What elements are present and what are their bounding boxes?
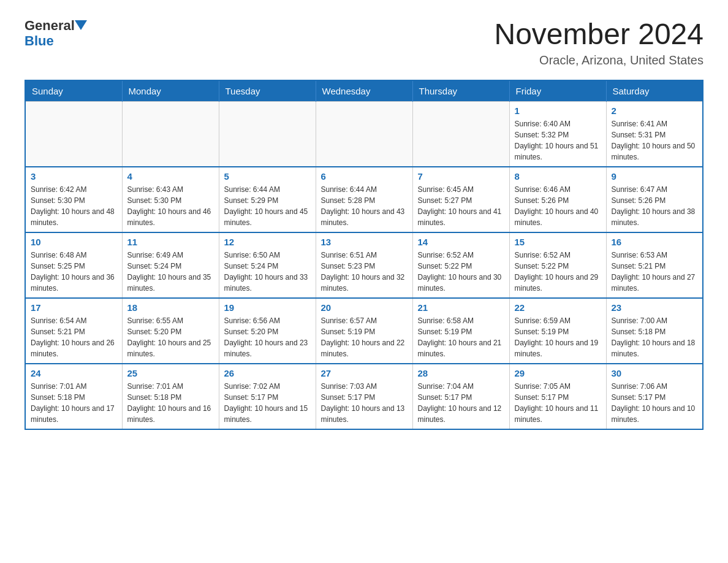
day-info: Sunrise: 7:04 AMSunset: 5:17 PMDaylight:…	[418, 381, 504, 425]
day-info: Sunrise: 6:56 AMSunset: 5:20 PMDaylight:…	[224, 315, 311, 359]
day-number: 12	[224, 237, 311, 247]
day-number: 4	[127, 171, 214, 182]
day-number: 13	[321, 237, 408, 247]
day-info: Sunrise: 7:05 AMSunset: 5:17 PMDaylight:…	[515, 381, 601, 425]
calendar-cell: 30Sunrise: 7:06 AMSunset: 5:17 PMDayligh…	[606, 364, 703, 429]
day-number: 27	[321, 368, 408, 378]
day-info: Sunrise: 6:51 AMSunset: 5:23 PMDaylight:…	[321, 250, 408, 294]
page-header: General Blue November 2024 Oracle, Arizo…	[25, 18, 703, 67]
day-info: Sunrise: 6:43 AMSunset: 5:30 PMDaylight:…	[127, 184, 214, 228]
day-info: Sunrise: 6:52 AMSunset: 5:22 PMDaylight:…	[418, 250, 504, 294]
calendar-cell: 3Sunrise: 6:42 AMSunset: 5:30 PMDaylight…	[25, 167, 122, 232]
day-info: Sunrise: 7:01 AMSunset: 5:18 PMDaylight:…	[127, 381, 214, 425]
calendar-cell: 19Sunrise: 6:56 AMSunset: 5:20 PMDayligh…	[219, 298, 316, 364]
day-number: 18	[127, 302, 214, 313]
logo-general-text: General	[25, 18, 87, 33]
calendar-week-row: 17Sunrise: 6:54 AMSunset: 5:21 PMDayligh…	[25, 298, 703, 364]
calendar-cell: 18Sunrise: 6:55 AMSunset: 5:20 PMDayligh…	[122, 298, 219, 364]
calendar-cell: 28Sunrise: 7:04 AMSunset: 5:17 PMDayligh…	[412, 364, 509, 429]
calendar-cell: 2Sunrise: 6:41 AMSunset: 5:31 PMDaylight…	[606, 101, 703, 167]
calendar-cell: 5Sunrise: 6:44 AMSunset: 5:29 PMDaylight…	[219, 167, 316, 232]
calendar-cell: 17Sunrise: 6:54 AMSunset: 5:21 PMDayligh…	[25, 298, 122, 364]
calendar-cell: 8Sunrise: 6:46 AMSunset: 5:26 PMDaylight…	[509, 167, 606, 232]
day-info: Sunrise: 6:46 AMSunset: 5:26 PMDaylight:…	[515, 184, 601, 228]
day-number: 20	[321, 302, 408, 313]
day-number: 17	[31, 302, 117, 313]
calendar-header-saturday: Saturday	[606, 80, 703, 102]
calendar-header-wednesday: Wednesday	[316, 80, 412, 102]
day-info: Sunrise: 6:50 AMSunset: 5:24 PMDaylight:…	[224, 250, 311, 294]
day-number: 21	[418, 302, 504, 313]
day-info: Sunrise: 6:52 AMSunset: 5:22 PMDaylight:…	[515, 250, 601, 294]
day-info: Sunrise: 6:48 AMSunset: 5:25 PMDaylight:…	[31, 250, 117, 294]
day-info: Sunrise: 6:42 AMSunset: 5:30 PMDaylight:…	[31, 184, 117, 228]
day-number: 6	[321, 171, 408, 182]
calendar-header-tuesday: Tuesday	[219, 80, 316, 102]
day-info: Sunrise: 6:47 AMSunset: 5:26 PMDaylight:…	[612, 184, 698, 228]
day-number: 5	[224, 171, 311, 182]
calendar-cell: 20Sunrise: 6:57 AMSunset: 5:19 PMDayligh…	[316, 298, 412, 364]
day-info: Sunrise: 6:49 AMSunset: 5:24 PMDaylight:…	[127, 250, 214, 294]
day-number: 29	[515, 368, 601, 378]
day-info: Sunrise: 7:03 AMSunset: 5:17 PMDaylight:…	[321, 381, 408, 425]
calendar-header-row: SundayMondayTuesdayWednesdayThursdayFrid…	[25, 80, 703, 102]
day-info: Sunrise: 6:58 AMSunset: 5:19 PMDaylight:…	[418, 315, 504, 359]
calendar-table: SundayMondayTuesdayWednesdayThursdayFrid…	[25, 80, 703, 430]
day-number: 9	[612, 171, 698, 182]
day-info: Sunrise: 7:02 AMSunset: 5:17 PMDaylight:…	[224, 381, 311, 425]
day-info: Sunrise: 6:54 AMSunset: 5:21 PMDaylight:…	[31, 315, 117, 359]
calendar-cell: 1Sunrise: 6:40 AMSunset: 5:32 PMDaylight…	[509, 101, 606, 167]
calendar-cell	[219, 101, 316, 167]
day-info: Sunrise: 6:57 AMSunset: 5:19 PMDaylight:…	[321, 315, 408, 359]
day-number: 8	[515, 171, 601, 182]
day-number: 14	[418, 237, 504, 247]
day-info: Sunrise: 6:55 AMSunset: 5:20 PMDaylight:…	[127, 315, 214, 359]
day-info: Sunrise: 6:44 AMSunset: 5:29 PMDaylight:…	[224, 184, 311, 228]
calendar-cell: 12Sunrise: 6:50 AMSunset: 5:24 PMDayligh…	[219, 232, 316, 298]
calendar-week-row: 24Sunrise: 7:01 AMSunset: 5:18 PMDayligh…	[25, 364, 703, 429]
day-number: 16	[612, 237, 698, 247]
day-info: Sunrise: 6:41 AMSunset: 5:31 PMDaylight:…	[612, 118, 698, 163]
logo: General Blue	[25, 18, 87, 49]
day-number: 25	[127, 368, 214, 378]
location-subtitle: Oracle, Arizona, United States	[494, 53, 703, 67]
day-number: 24	[31, 368, 117, 378]
title-section: November 2024 Oracle, Arizona, United St…	[494, 18, 703, 67]
day-info: Sunrise: 7:00 AMSunset: 5:18 PMDaylight:…	[612, 315, 698, 359]
calendar-cell	[122, 101, 219, 167]
calendar-week-row: 1Sunrise: 6:40 AMSunset: 5:32 PMDaylight…	[25, 101, 703, 167]
calendar-cell: 29Sunrise: 7:05 AMSunset: 5:17 PMDayligh…	[509, 364, 606, 429]
calendar-cell: 16Sunrise: 6:53 AMSunset: 5:21 PMDayligh…	[606, 232, 703, 298]
calendar-week-row: 3Sunrise: 6:42 AMSunset: 5:30 PMDaylight…	[25, 167, 703, 232]
calendar-cell: 4Sunrise: 6:43 AMSunset: 5:30 PMDaylight…	[122, 167, 219, 232]
day-info: Sunrise: 6:45 AMSunset: 5:27 PMDaylight:…	[418, 184, 504, 228]
day-number: 23	[612, 302, 698, 313]
logo-blue-text: Blue	[25, 33, 54, 49]
day-number: 10	[31, 237, 117, 247]
day-number: 15	[515, 237, 601, 247]
calendar-header-monday: Monday	[122, 80, 219, 102]
calendar-cell: 9Sunrise: 6:47 AMSunset: 5:26 PMDaylight…	[606, 167, 703, 232]
calendar-cell: 10Sunrise: 6:48 AMSunset: 5:25 PMDayligh…	[25, 232, 122, 298]
day-number: 7	[418, 171, 504, 182]
day-info: Sunrise: 6:44 AMSunset: 5:28 PMDaylight:…	[321, 184, 408, 228]
day-number: 3	[31, 171, 117, 182]
month-year-title: November 2024	[494, 18, 703, 51]
calendar-header-friday: Friday	[509, 80, 606, 102]
day-info: Sunrise: 6:53 AMSunset: 5:21 PMDaylight:…	[612, 250, 698, 294]
day-number: 30	[612, 368, 698, 378]
calendar-cell: 27Sunrise: 7:03 AMSunset: 5:17 PMDayligh…	[316, 364, 412, 429]
day-number: 1	[515, 105, 601, 116]
calendar-cell	[316, 101, 412, 167]
calendar-week-row: 10Sunrise: 6:48 AMSunset: 5:25 PMDayligh…	[25, 232, 703, 298]
day-number: 22	[515, 302, 601, 313]
calendar-cell	[412, 101, 509, 167]
day-number: 28	[418, 368, 504, 378]
calendar-header-thursday: Thursday	[412, 80, 509, 102]
calendar-cell: 24Sunrise: 7:01 AMSunset: 5:18 PMDayligh…	[25, 364, 122, 429]
day-info: Sunrise: 6:59 AMSunset: 5:19 PMDaylight:…	[515, 315, 601, 359]
day-number: 19	[224, 302, 311, 313]
calendar-cell: 13Sunrise: 6:51 AMSunset: 5:23 PMDayligh…	[316, 232, 412, 298]
day-number: 2	[612, 105, 698, 116]
calendar-cell: 22Sunrise: 6:59 AMSunset: 5:19 PMDayligh…	[509, 298, 606, 364]
